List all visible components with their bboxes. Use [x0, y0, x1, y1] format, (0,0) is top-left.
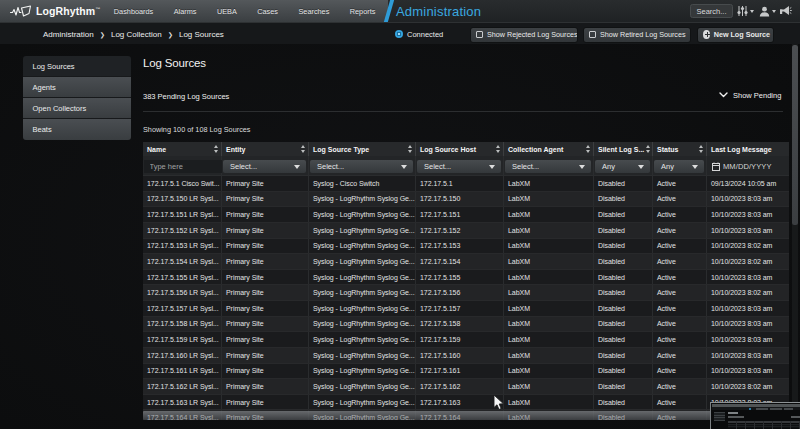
logrhythm-logo[interactable]: LogRhythm™: [10, 0, 100, 22]
sort-icon[interactable]: [214, 145, 218, 153]
checkbox-icon: [589, 31, 596, 38]
date-filter[interactable]: MM/DD/YYYY: [712, 159, 772, 173]
show-pending-toggle[interactable]: Show Pending: [719, 89, 781, 101]
calendar-icon: [712, 162, 720, 171]
filter-dropdown-label: Select...: [317, 162, 344, 171]
plus-circle-icon: [703, 30, 710, 39]
horizontal-scrollbar[interactable]: [143, 411, 789, 420]
table-row[interactable]: 172.17.5.1 Cisco Swit...Primary SiteSysl…: [143, 176, 789, 192]
column-header-log-source-host[interactable]: Log Source Host: [416, 142, 504, 156]
sort-icon[interactable]: [301, 145, 305, 153]
show-retired-label: Show Retired Log Sources: [600, 30, 686, 39]
table-cell: 172.17.5.157 LR Sysl...: [143, 301, 222, 316]
table-cell: Syslog - LogRhythm Syslog Ge...: [309, 223, 416, 238]
navbar-item-alarms[interactable]: Alarms: [163, 0, 206, 22]
navbar-item-reports[interactable]: Reports: [340, 0, 386, 22]
preview-status-dot: [749, 408, 751, 410]
table-row[interactable]: 172.17.5.154 LR Sysl...Primary SiteSyslo…: [143, 254, 789, 270]
table-cell: Disabled: [594, 379, 653, 394]
name-filter-input[interactable]: [144, 160, 222, 173]
table-cell: 10/10/2023 8:03 am: [707, 348, 789, 363]
table-cell: Primary Site: [222, 270, 309, 285]
table-cell: Disabled: [594, 239, 653, 254]
table-row[interactable]: 172.17.5.152 LR Sysl...Primary SiteSyslo…: [143, 223, 789, 239]
table-row[interactable]: 172.17.5.150 LR Sysl...Primary SiteSyslo…: [143, 192, 789, 208]
navbar-item-dashboards[interactable]: Dashboards: [104, 0, 164, 22]
sidebar-item-open-collectors[interactable]: Open Collectors: [23, 98, 131, 119]
column-header-last-log-message[interactable]: Last Log Message: [707, 142, 789, 156]
table-cell: Active: [653, 348, 707, 363]
vertical-scrollbar-thumb[interactable]: [792, 45, 798, 225]
column-header-log-source-type[interactable]: Log Source Type: [309, 142, 416, 156]
table-cell: 172.17.5.162 LR Sysl...: [143, 379, 222, 394]
pending-log-sources-label: 383 Pending Log Sources: [143, 92, 229, 101]
table-cell: 172.17.5.160 LR Sysl...: [143, 348, 222, 363]
sort-icon[interactable]: [699, 145, 703, 153]
table-cell: 172.17.5.155 LR Sysl...: [143, 270, 222, 285]
navbar-item-administration[interactable]: Administration: [396, 0, 481, 22]
sort-icon[interactable]: [408, 145, 412, 153]
user-menu-button[interactable]: [759, 0, 776, 22]
table-cell: 172.17.5.159: [416, 332, 504, 347]
select-filter-dropdown[interactable]: Select...: [417, 160, 501, 173]
table-row[interactable]: 172.17.5.160 LR Sysl...Primary SiteSyslo…: [143, 348, 789, 364]
filter-cell: Any: [594, 156, 653, 175]
table-row[interactable]: 172.17.5.151 LR Sysl...Primary SiteSyslo…: [143, 207, 789, 223]
column-header-name[interactable]: Name: [143, 142, 222, 156]
any-filter-dropdown[interactable]: Any: [595, 160, 650, 173]
table-row[interactable]: 172.17.5.162 LR Sysl...Primary SiteSyslo…: [143, 379, 789, 395]
table-cell: Syslog - LogRhythm Syslog Ge...: [309, 317, 416, 332]
search-button[interactable]: Search...: [690, 4, 733, 18]
table-row[interactable]: 172.17.5.153 LR Sysl...Primary SiteSyslo…: [143, 239, 789, 255]
breadcrumb-item-administration[interactable]: Administration: [43, 30, 94, 39]
select-filter-dropdown[interactable]: Select...: [505, 160, 591, 173]
sort-icon[interactable]: [646, 145, 650, 153]
table-row[interactable]: 172.17.5.156 LR Sysl...Primary SiteSyslo…: [143, 285, 789, 301]
table-row[interactable]: 172.17.5.159 LR Sysl...Primary SiteSyslo…: [143, 332, 789, 348]
sidebar-item-agents[interactable]: Agents: [23, 77, 131, 98]
table-cell: Primary Site: [222, 332, 309, 347]
navbar-item-ueba[interactable]: UEBA: [207, 0, 247, 22]
table-cell: Primary Site: [222, 207, 309, 222]
sidebar-item-log-sources[interactable]: Log Sources: [23, 56, 131, 77]
table-body: 172.17.5.1 Cisco Swit...Primary SiteSysl…: [143, 176, 789, 420]
column-header-status[interactable]: Status: [653, 142, 707, 156]
column-header-entity[interactable]: Entity: [222, 142, 309, 156]
column-header-collection-agent[interactable]: Collection Agent: [504, 142, 594, 156]
table-cell: Active: [653, 364, 707, 379]
table-cell: 09/13/2024 10:05 am: [707, 176, 789, 191]
table-row[interactable]: 172.17.5.157 LR Sysl...Primary SiteSyslo…: [143, 301, 789, 317]
column-header-label: Status: [657, 146, 678, 153]
breadcrumb-item-log-sources[interactable]: Log Sources: [179, 30, 224, 39]
sort-icon[interactable]: [496, 145, 500, 153]
table-cell: 10/10/2023 8:03 am: [707, 270, 789, 285]
show-retired-log-sources-checkbox[interactable]: Show Retired Log Sources: [583, 27, 691, 43]
table-cell: LabXM: [504, 192, 594, 207]
table-cell: Syslog - LogRhythm Syslog Ge...: [309, 301, 416, 316]
table-row[interactable]: 172.17.5.158 LR Sysl...Primary SiteSyslo…: [143, 317, 789, 333]
sidebar-item-beats[interactable]: Beats: [23, 119, 131, 140]
table-cell: Syslog - Cisco Switch: [309, 176, 416, 191]
table-row[interactable]: 172.17.5.163 LR Sysl...Primary SiteSyslo…: [143, 395, 789, 411]
megaphone-icon: [779, 5, 792, 17]
show-rejected-log-sources-checkbox[interactable]: Show Rejected Log Sources: [470, 27, 578, 43]
section-divider: [143, 111, 783, 112]
announcements-button[interactable]: [779, 0, 792, 22]
breadcrumb-item-log-collection[interactable]: Log Collection: [111, 30, 162, 39]
table-row[interactable]: 172.17.5.155 LR Sysl...Primary SiteSyslo…: [143, 270, 789, 286]
navbar-item-cases[interactable]: Cases: [247, 0, 288, 22]
new-log-source-button[interactable]: New Log Source: [697, 27, 774, 43]
preview-button: [756, 408, 768, 410]
navbar-item-searches[interactable]: Searches: [288, 0, 339, 22]
column-header-silent-log-s[interactable]: Silent Log S...: [594, 142, 653, 156]
table-cell: LabXM: [504, 379, 594, 394]
table-cell: LabXM: [504, 223, 594, 238]
filter-sliders-button[interactable]: [737, 0, 754, 22]
sort-icon[interactable]: [586, 145, 590, 153]
table-cell: 172.17.5.163 LR Sysl...: [143, 395, 222, 410]
table-cell: 172.17.5.1 Cisco Swit...: [143, 176, 222, 191]
any-filter-dropdown[interactable]: Any: [654, 160, 704, 173]
select-filter-dropdown[interactable]: Select...: [223, 160, 306, 173]
table-row[interactable]: 172.17.5.161 LR Sysl...Primary SiteSyslo…: [143, 364, 789, 380]
select-filter-dropdown[interactable]: Select...: [310, 160, 413, 173]
